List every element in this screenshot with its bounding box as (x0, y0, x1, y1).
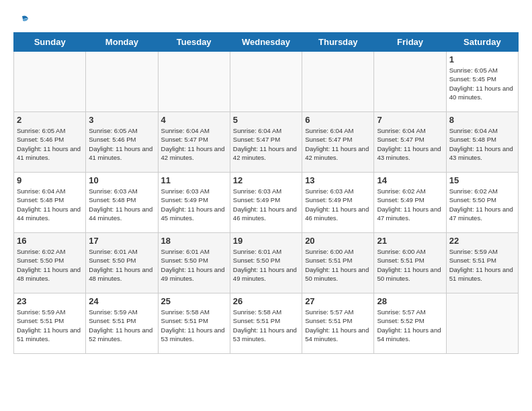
day-number: 10 (89, 175, 154, 185)
day-cell: 4Sunrise: 6:04 AM Sunset: 5:47 PM Daylig… (158, 112, 230, 173)
column-header-tuesday: Tuesday (158, 33, 230, 52)
day-number: 7 (377, 115, 443, 125)
day-cell (374, 52, 446, 112)
day-info: Sunrise: 6:01 AM Sunset: 5:50 PM Dayligh… (233, 247, 299, 283)
day-cell (230, 52, 302, 112)
day-number: 18 (161, 236, 227, 246)
day-cell: 2Sunrise: 6:05 AM Sunset: 5:46 PM Daylig… (14, 112, 86, 173)
day-number: 5 (233, 115, 299, 125)
day-info: Sunrise: 6:04 AM Sunset: 5:47 PM Dayligh… (161, 126, 227, 162)
day-cell (446, 293, 518, 354)
day-cell (14, 52, 86, 112)
day-number: 20 (305, 236, 371, 246)
day-number: 17 (89, 236, 154, 246)
day-cell: 19Sunrise: 6:01 AM Sunset: 5:50 PM Dayli… (230, 233, 302, 293)
day-number: 3 (89, 115, 154, 125)
day-number: 27 (305, 296, 371, 306)
day-cell (302, 52, 374, 112)
day-info: Sunrise: 6:02 AM Sunset: 5:50 PM Dayligh… (449, 187, 515, 222)
day-cell: 18Sunrise: 6:01 AM Sunset: 5:50 PM Dayli… (158, 233, 230, 293)
day-number: 24 (89, 296, 154, 306)
day-info: Sunrise: 5:57 AM Sunset: 5:52 PM Dayligh… (377, 308, 443, 343)
logo (13, 13, 30, 26)
day-number: 2 (17, 115, 83, 125)
day-info: Sunrise: 6:02 AM Sunset: 5:50 PM Dayligh… (17, 247, 83, 283)
day-info: Sunrise: 6:04 AM Sunset: 5:48 PM Dayligh… (449, 126, 515, 162)
day-number: 19 (233, 236, 299, 246)
day-cell: 1Sunrise: 6:05 AM Sunset: 5:45 PM Daylig… (446, 52, 518, 112)
calendar-table: SundayMondayTuesdayWednesdayThursdayFrid… (13, 32, 519, 354)
day-info: Sunrise: 6:05 AM Sunset: 5:46 PM Dayligh… (89, 126, 154, 162)
week-row-5: 23Sunrise: 5:59 AM Sunset: 5:51 PM Dayli… (14, 293, 519, 354)
day-info: Sunrise: 6:00 AM Sunset: 5:51 PM Dayligh… (305, 247, 371, 283)
day-number: 4 (161, 115, 227, 125)
day-info: Sunrise: 6:00 AM Sunset: 5:51 PM Dayligh… (377, 247, 443, 283)
day-cell (158, 52, 230, 112)
day-cell: 20Sunrise: 6:00 AM Sunset: 5:51 PM Dayli… (302, 233, 374, 293)
day-number: 12 (233, 175, 299, 185)
day-cell: 11Sunrise: 6:03 AM Sunset: 5:49 PM Dayli… (158, 173, 230, 233)
day-info: Sunrise: 6:04 AM Sunset: 5:47 PM Dayligh… (233, 126, 299, 162)
day-cell: 12Sunrise: 6:03 AM Sunset: 5:49 PM Dayli… (230, 173, 302, 233)
day-info: Sunrise: 6:01 AM Sunset: 5:50 PM Dayligh… (161, 247, 227, 283)
day-info: Sunrise: 6:03 AM Sunset: 5:49 PM Dayligh… (161, 187, 227, 222)
day-info: Sunrise: 6:05 AM Sunset: 5:46 PM Dayligh… (17, 126, 83, 162)
day-cell: 21Sunrise: 6:00 AM Sunset: 5:51 PM Dayli… (374, 233, 446, 293)
week-row-4: 16Sunrise: 6:02 AM Sunset: 5:50 PM Dayli… (14, 233, 519, 293)
day-number: 11 (161, 175, 227, 185)
day-cell: 16Sunrise: 6:02 AM Sunset: 5:50 PM Dayli… (14, 233, 86, 293)
day-number: 22 (449, 236, 515, 246)
day-cell: 3Sunrise: 6:05 AM Sunset: 5:46 PM Daylig… (86, 112, 158, 173)
day-number: 8 (449, 115, 515, 125)
day-cell: 22Sunrise: 5:59 AM Sunset: 5:51 PM Dayli… (446, 233, 518, 293)
day-number: 6 (305, 115, 371, 125)
day-cell: 27Sunrise: 5:57 AM Sunset: 5:51 PM Dayli… (302, 293, 374, 354)
day-cell: 9Sunrise: 6:04 AM Sunset: 5:48 PM Daylig… (14, 173, 86, 233)
day-info: Sunrise: 5:59 AM Sunset: 5:51 PM Dayligh… (17, 308, 83, 343)
day-cell: 24Sunrise: 5:59 AM Sunset: 5:51 PM Dayli… (86, 293, 158, 354)
day-info: Sunrise: 5:59 AM Sunset: 5:51 PM Dayligh… (89, 308, 154, 343)
day-info: Sunrise: 6:01 AM Sunset: 5:50 PM Dayligh… (89, 247, 154, 283)
day-number: 9 (17, 175, 83, 185)
day-info: Sunrise: 5:58 AM Sunset: 5:51 PM Dayligh… (233, 308, 299, 343)
day-cell: 25Sunrise: 5:58 AM Sunset: 5:51 PM Dayli… (158, 293, 230, 354)
day-number: 16 (17, 236, 83, 246)
day-info: Sunrise: 6:02 AM Sunset: 5:49 PM Dayligh… (377, 187, 443, 222)
day-number: 15 (449, 175, 515, 185)
day-info: Sunrise: 5:57 AM Sunset: 5:51 PM Dayligh… (305, 308, 371, 343)
day-number: 21 (377, 236, 443, 246)
day-info: Sunrise: 6:03 AM Sunset: 5:49 PM Dayligh… (305, 187, 371, 222)
day-cell: 17Sunrise: 6:01 AM Sunset: 5:50 PM Dayli… (86, 233, 158, 293)
column-header-friday: Friday (374, 33, 446, 52)
day-number: 26 (233, 296, 299, 306)
day-cell: 26Sunrise: 5:58 AM Sunset: 5:51 PM Dayli… (230, 293, 302, 354)
header (13, 13, 519, 26)
day-number: 13 (305, 175, 371, 185)
column-header-wednesday: Wednesday (230, 33, 302, 52)
day-cell: 8Sunrise: 6:04 AM Sunset: 5:48 PM Daylig… (446, 112, 518, 173)
day-cell: 5Sunrise: 6:04 AM Sunset: 5:47 PM Daylig… (230, 112, 302, 173)
day-cell: 13Sunrise: 6:03 AM Sunset: 5:49 PM Dayli… (302, 173, 374, 233)
day-number: 1 (449, 54, 515, 64)
day-cell: 23Sunrise: 5:59 AM Sunset: 5:51 PM Dayli… (14, 293, 86, 354)
day-number: 23 (17, 296, 83, 306)
day-number: 14 (377, 175, 443, 185)
day-info: Sunrise: 6:04 AM Sunset: 5:47 PM Dayligh… (377, 126, 443, 162)
day-info: Sunrise: 6:03 AM Sunset: 5:49 PM Dayligh… (233, 187, 299, 222)
column-header-thursday: Thursday (302, 33, 374, 52)
day-cell: 15Sunrise: 6:02 AM Sunset: 5:50 PM Dayli… (446, 173, 518, 233)
day-cell: 28Sunrise: 5:57 AM Sunset: 5:52 PM Dayli… (374, 293, 446, 354)
day-cell: 6Sunrise: 6:04 AM Sunset: 5:47 PM Daylig… (302, 112, 374, 173)
day-number: 25 (161, 296, 227, 306)
column-header-saturday: Saturday (446, 33, 518, 52)
day-cell: 14Sunrise: 6:02 AM Sunset: 5:49 PM Dayli… (374, 173, 446, 233)
day-info: Sunrise: 5:58 AM Sunset: 5:51 PM Dayligh… (161, 308, 227, 343)
day-info: Sunrise: 6:05 AM Sunset: 5:45 PM Dayligh… (449, 66, 515, 101)
column-header-sunday: Sunday (14, 33, 86, 52)
logo-bird-icon (15, 13, 30, 28)
day-number: 28 (377, 296, 443, 306)
day-info: Sunrise: 6:04 AM Sunset: 5:48 PM Dayligh… (17, 187, 83, 222)
week-row-1: 1Sunrise: 6:05 AM Sunset: 5:45 PM Daylig… (14, 52, 519, 112)
day-info: Sunrise: 6:04 AM Sunset: 5:47 PM Dayligh… (305, 126, 371, 162)
day-info: Sunrise: 6:03 AM Sunset: 5:48 PM Dayligh… (89, 187, 154, 222)
